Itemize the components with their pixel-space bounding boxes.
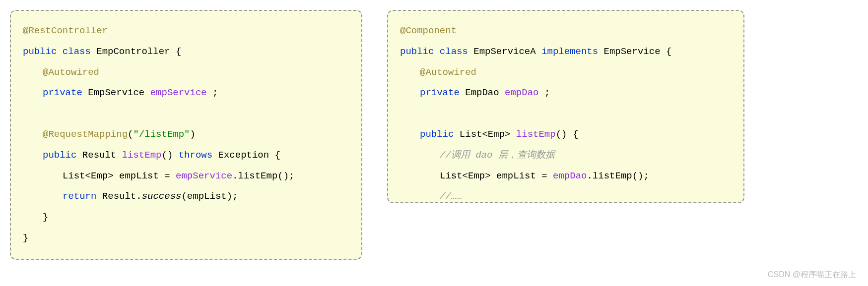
type: Exception {: [218, 150, 280, 161]
right-code-box: @Component public class EmpServiceA impl…: [387, 10, 744, 203]
field: empDao: [553, 171, 587, 181]
keyword: class: [63, 46, 91, 57]
method: success: [142, 191, 182, 202]
interface: EmpService {: [604, 46, 672, 57]
code-line: @Autowired: [23, 62, 349, 83]
comment: //调用 dao 层，查询数据: [440, 150, 555, 161]
annotation: @RequestMapping: [43, 129, 128, 140]
comment: //……: [440, 191, 463, 202]
text: (empList);: [181, 191, 238, 202]
code-line: }: [23, 228, 349, 249]
code-line: //……: [400, 186, 732, 203]
code-line: public Result listEmp() throws Exception…: [23, 145, 349, 166]
field: empDao: [505, 87, 538, 98]
annotation: @Autowired: [43, 67, 99, 78]
text: ;: [538, 87, 550, 98]
code-line: @Component: [400, 21, 732, 42]
type: EmpService: [88, 87, 144, 98]
code-line: @Autowired: [400, 62, 732, 83]
keyword: throws: [179, 150, 212, 161]
code-line: public class EmpServiceA implements EmpS…: [400, 42, 732, 62]
left-code-box: @RestController public class EmpControll…: [10, 10, 362, 260]
type: Result: [82, 150, 116, 161]
parens: (): [161, 150, 173, 161]
keyword: implements: [541, 46, 598, 57]
keyword: public: [23, 46, 57, 57]
method: listEmp: [122, 150, 162, 161]
keyword: public: [43, 150, 76, 161]
text: List<Emp> empList =: [63, 171, 176, 181]
text: () {: [556, 129, 579, 140]
text: .listEmp();: [232, 171, 294, 181]
text: List<Emp> empList =: [440, 171, 553, 181]
type: EmpDao: [465, 87, 499, 98]
keyword: private: [43, 87, 82, 98]
field: empService: [176, 171, 232, 181]
annotation: @Component: [400, 25, 457, 36]
code-line: return Result.success(empList);: [23, 186, 349, 207]
code-line: private EmpDao empDao ;: [400, 83, 732, 104]
paren: ): [190, 129, 195, 140]
type: List<Emp>: [460, 129, 511, 140]
keyword: public: [420, 129, 454, 140]
brace: }: [43, 212, 48, 223]
code-line: private EmpService empService ;: [23, 83, 349, 104]
keyword: return: [63, 191, 96, 202]
code-line: @RestController: [23, 21, 349, 42]
code-line: //调用 dao 层，查询数据: [400, 145, 732, 166]
watermark: CSDN @程序喵正在路上: [768, 270, 856, 280]
class-name: EmpController {: [96, 46, 181, 57]
string: "/listEmp": [133, 129, 190, 140]
keyword: private: [420, 87, 460, 98]
paren: (: [128, 129, 133, 140]
code-line: public List<Emp> listEmp() {: [400, 124, 732, 145]
text: .listEmp();: [587, 171, 649, 181]
code-line: List<Emp> empList = empService.listEmp()…: [23, 166, 349, 187]
code-container: @RestController public class EmpControll…: [10, 10, 858, 260]
blank-line: [400, 104, 732, 124]
annotation: @RestController: [23, 25, 108, 36]
method: listEmp: [516, 129, 556, 140]
blank-line: [23, 104, 349, 124]
field: empService: [150, 87, 207, 98]
code-line: List<Emp> empList = empDao.listEmp();: [400, 166, 732, 187]
keyword: public: [400, 46, 434, 57]
code-line: @RequestMapping("/listEmp"): [23, 124, 349, 145]
brace: }: [23, 232, 28, 243]
code-line: public class EmpController {: [23, 42, 349, 62]
class-name: EmpServiceA: [473, 46, 535, 57]
keyword: class: [440, 46, 468, 57]
text: ;: [207, 87, 218, 98]
annotation: @Autowired: [420, 67, 476, 78]
text: Result.: [96, 191, 141, 202]
code-line: }: [23, 207, 349, 228]
